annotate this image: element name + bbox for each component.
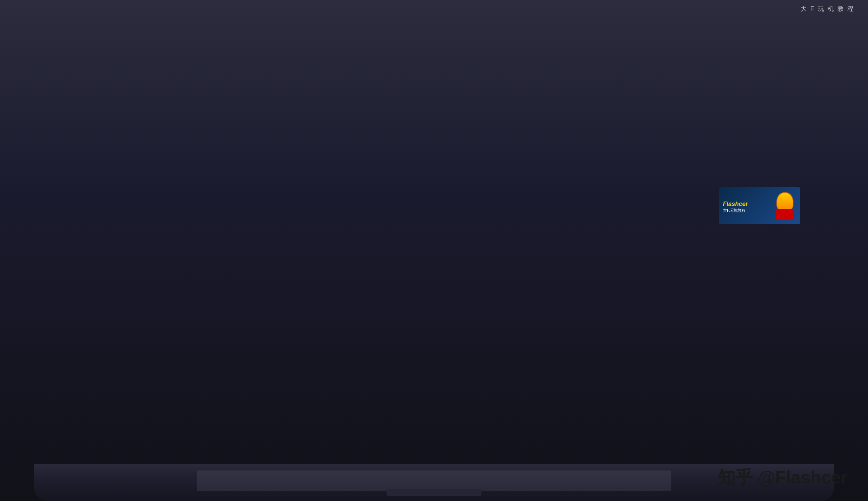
laptop-keyboard <box>34 464 834 501</box>
keyboard-keys-area <box>197 470 671 491</box>
trackpad[interactable] <box>387 489 481 496</box>
promo-content: Flashcer 大F玩机教程 <box>719 198 773 213</box>
promo-subtitle: 大F玩机教程 <box>723 207 773 213</box>
promo-character-area <box>773 189 800 223</box>
character-head <box>776 192 793 211</box>
character-body <box>776 209 794 219</box>
flashcer-logo: Flashcer <box>723 201 773 207</box>
dafei-watermark: 大 F 玩 机 教 程 <box>801 5 855 13</box>
zhihu-watermark: 知乎 @Flashcer <box>718 466 848 490</box>
promo-overlay: Flashcer 大F玩机教程 <box>719 187 800 224</box>
laptop-body <box>0 0 868 501</box>
